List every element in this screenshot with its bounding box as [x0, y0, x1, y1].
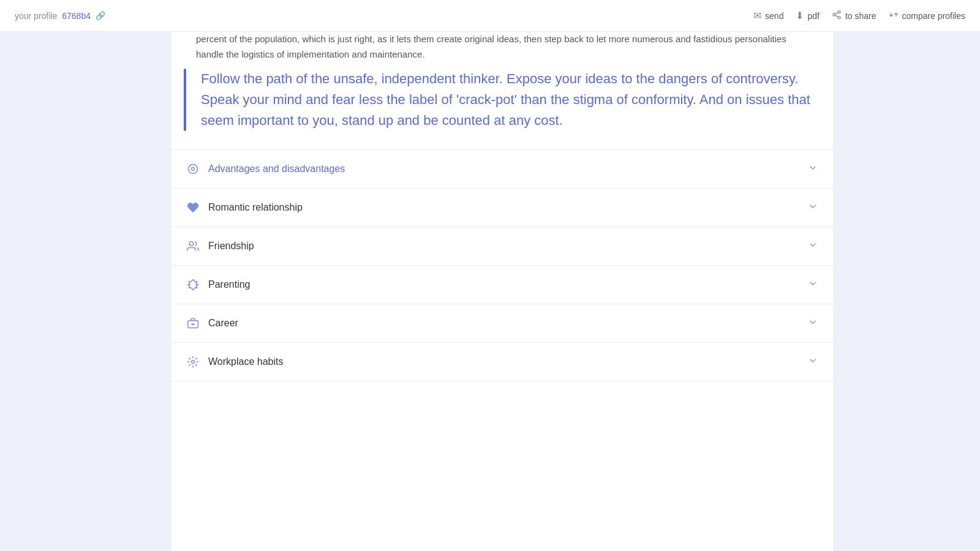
share-label: to share — [845, 11, 876, 21]
accordion-item-parenting[interactable]: Parenting — [172, 266, 833, 304]
svg-point-1 — [833, 13, 835, 16]
intro-paragraph: percent of the population, which is just… — [196, 32, 809, 62]
parenting-icon — [186, 278, 200, 291]
quote-bar — [184, 69, 186, 131]
accordion-header-friendship[interactable]: Friendship — [172, 227, 833, 265]
accordion-left-workplace: Workplace habits — [186, 355, 283, 369]
parenting-chevron — [807, 278, 818, 291]
svg-line-4 — [835, 12, 839, 14]
quote-text: Follow the path of the unsafe, independe… — [201, 69, 821, 131]
compare-icon — [889, 10, 899, 22]
send-button[interactable]: ✉ send — [753, 10, 783, 21]
accordion-header-romantic[interactable]: Romantic relationship — [172, 189, 833, 227]
intro-section: percent of the population, which is just… — [172, 32, 833, 62]
pdf-button[interactable]: ⬇ pdf — [796, 10, 819, 21]
accordion-left-career: Career — [186, 317, 238, 330]
compare-label: compare profiles — [902, 11, 966, 21]
career-icon — [186, 317, 200, 330]
accordion-header-career[interactable]: Career — [172, 304, 833, 342]
accordion-item-workplace[interactable]: Workplace habits — [172, 343, 833, 381]
page-wrapper: percent of the population, which is just… — [0, 32, 980, 551]
advantages-title: Advantages and disadvantages — [208, 163, 345, 174]
main-content: percent of the population, which is just… — [172, 32, 833, 551]
pdf-label: pdf — [807, 11, 819, 21]
nav-left: your profile 6768b4 🔗 — [15, 11, 105, 21]
share-button[interactable]: to share — [832, 10, 876, 22]
accordion-header-workplace[interactable]: Workplace habits — [172, 343, 833, 381]
nav-right: ✉ send ⬇ pdf to share compare pr — [753, 10, 965, 22]
send-icon: ✉ — [753, 10, 761, 21]
advantages-icon — [186, 162, 200, 176]
friendship-title: Friendship — [208, 241, 254, 252]
advantages-chevron — [807, 162, 818, 176]
accordion-item-advantages[interactable]: Advantages and disadvantages — [172, 150, 833, 189]
accordion-header-advantages[interactable]: Advantages and disadvantages — [172, 150, 833, 188]
svg-point-7 — [189, 164, 198, 173]
svg-line-3 — [835, 15, 839, 17]
accordion-left-friendship: Friendship — [186, 239, 254, 253]
quote-block: Follow the path of the unsafe, independe… — [184, 69, 821, 131]
accordion-item-romantic[interactable]: Romantic relationship — [172, 189, 833, 227]
send-label: send — [765, 11, 783, 21]
parenting-title: Parenting — [208, 279, 251, 290]
accordion-left-advantages: Advantages and disadvantages — [186, 162, 345, 176]
svg-point-0 — [838, 10, 840, 13]
career-chevron — [807, 317, 818, 330]
profile-label: your profile — [15, 11, 57, 21]
left-sidebar — [0, 32, 172, 551]
romantic-icon — [186, 201, 200, 214]
accordion-header-parenting[interactable]: Parenting — [172, 266, 833, 304]
share-icon — [832, 10, 842, 22]
pdf-download-icon: ⬇ — [796, 10, 804, 21]
profile-id[interactable]: 6768b4 — [62, 11, 91, 21]
friendship-icon — [186, 239, 200, 253]
svg-point-8 — [192, 167, 195, 170]
top-navigation: your profile 6768b4 🔗 ✉ send ⬇ pdf to sh… — [0, 0, 980, 32]
right-panel — [833, 32, 980, 551]
svg-point-2 — [838, 16, 840, 18]
compare-profiles-button[interactable]: compare profiles — [889, 10, 966, 22]
svg-point-9 — [189, 241, 194, 246]
workplace-chevron — [807, 355, 818, 369]
accordion-list: Advantages and disadvantages — [172, 149, 833, 381]
accordion-item-friendship[interactable]: Friendship — [172, 227, 833, 266]
workplace-icon — [186, 355, 200, 369]
svg-point-13 — [192, 360, 195, 363]
link-icon[interactable]: 🔗 — [96, 11, 105, 20]
friendship-chevron — [807, 239, 818, 253]
accordion-left-romantic: Romantic relationship — [186, 201, 303, 214]
accordion-left-parenting: Parenting — [186, 278, 251, 291]
workplace-title: Workplace habits — [208, 356, 283, 367]
romantic-chevron — [807, 201, 818, 214]
career-title: Career — [208, 318, 238, 329]
accordion-item-career[interactable]: Career — [172, 304, 833, 343]
romantic-title: Romantic relationship — [208, 202, 303, 213]
